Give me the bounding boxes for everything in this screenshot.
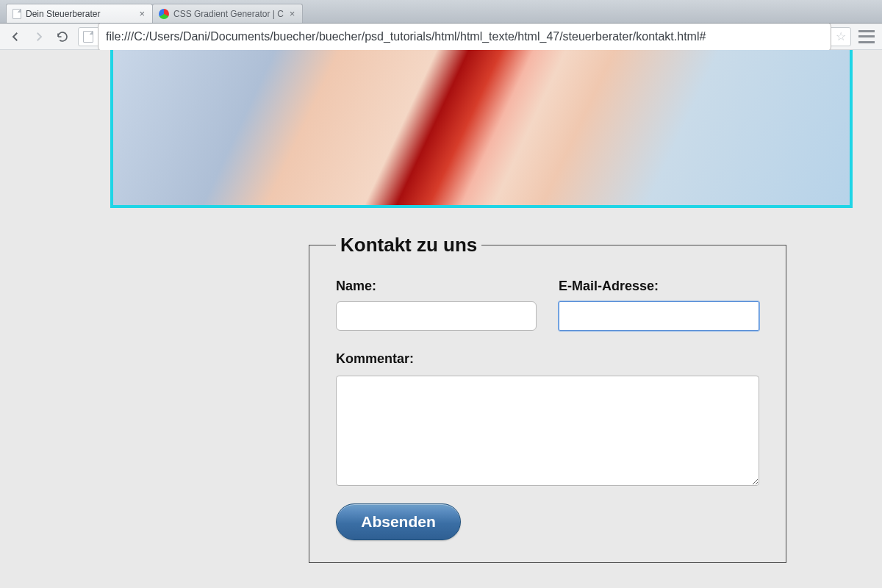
name-label: Name: <box>336 279 537 294</box>
back-button[interactable] <box>7 29 24 45</box>
bookmark-star-icon[interactable]: ☆ <box>836 29 846 43</box>
url-input[interactable] <box>98 22 831 51</box>
browser-toolbar: ☆ <box>0 24 882 50</box>
color-wheel-icon <box>159 9 169 19</box>
contact-form: Kontakt zu uns Name: E-Mail-Adresse: Kom… <box>309 234 786 563</box>
email-label: E-Mail-Adresse: <box>559 279 759 294</box>
page-icon <box>12 9 21 19</box>
comment-label: Kommentar: <box>336 351 759 367</box>
address-bar[interactable]: ☆ <box>78 27 851 46</box>
browser-tab-inactive[interactable]: CSS Gradient Generator | C × <box>152 4 303 23</box>
forward-button[interactable] <box>31 29 47 45</box>
hamburger-menu-icon[interactable] <box>858 30 875 43</box>
submit-button[interactable]: Absenden <box>336 503 461 540</box>
close-icon[interactable]: × <box>288 9 297 18</box>
browser-tab-active[interactable]: Dein Steuerberater × <box>6 4 153 23</box>
email-input[interactable] <box>559 301 759 331</box>
close-icon[interactable]: × <box>137 9 146 18</box>
contact-fieldset: Kontakt zu uns Name: E-Mail-Adresse: Kom… <box>309 234 786 563</box>
name-input[interactable] <box>336 301 537 331</box>
page-viewport: Kontakt zu uns Name: E-Mail-Adresse: Kom… <box>0 50 882 588</box>
hero-image <box>110 50 853 208</box>
form-legend: Kontakt zu uns <box>336 234 481 257</box>
reload-button[interactable] <box>54 29 71 45</box>
browser-tab-bar: Dein Steuerberater × CSS Gradient Genera… <box>0 0 882 24</box>
tab-title: CSS Gradient Generator | C <box>173 9 284 19</box>
file-icon <box>83 31 93 43</box>
tab-title: Dein Steuerberater <box>26 9 133 19</box>
comment-textarea[interactable] <box>336 376 759 486</box>
